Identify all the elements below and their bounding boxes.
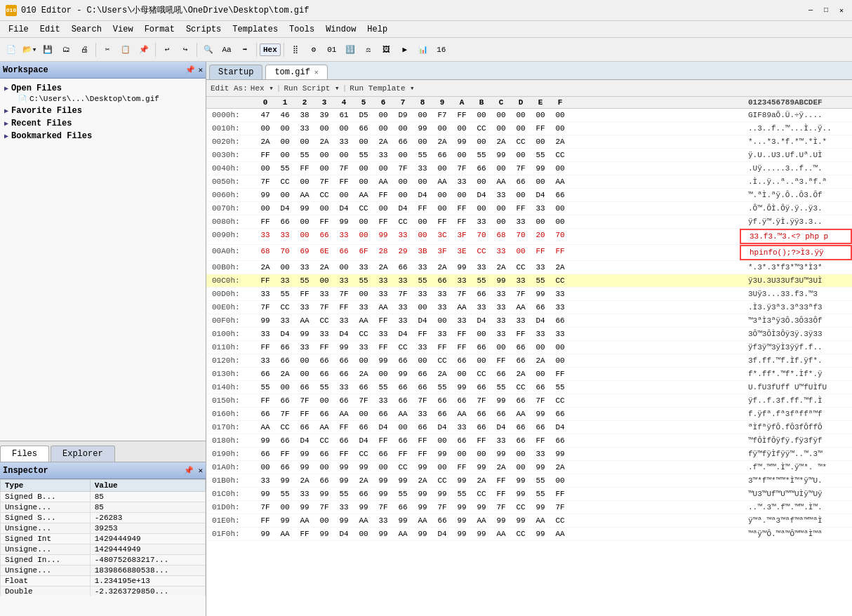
hex-byte-2-1[interactable]: 00 [275,135,295,148]
hex-byte-23-6[interactable]: D4 [373,421,393,434]
hex-byte-24-2[interactable]: D4 [295,434,314,447]
hex-byte-21-2[interactable]: 7F [295,394,314,407]
hex-byte-19-9[interactable]: 2A [432,368,452,380]
paste-button[interactable]: 📌 [135,41,152,58]
hex-byte-20-3[interactable]: 55 [314,381,334,394]
hex-byte-17-2[interactable]: 33 [295,341,314,354]
hex-byte-9-8[interactable]: 00 [413,229,432,244]
hex-byte-8-3[interactable]: FF [314,215,334,228]
hex-byte-3-9[interactable]: 66 [432,149,452,161]
hex-byte-19-12[interactable]: 66 [491,368,511,380]
hex-byte-25-11[interactable]: 00 [472,448,491,460]
hex-byte-4-7[interactable]: 7F [393,162,413,175]
hex-byte-10-1[interactable]: 70 [275,245,295,260]
goto-button[interactable]: ➡ [237,41,253,58]
hex-byte-14-4[interactable]: FF [334,301,354,314]
hex-byte-16-9[interactable]: 33 [432,328,452,340]
hex-byte-27-5[interactable]: 2A [354,474,373,487]
hex-byte-1-10[interactable]: 00 [452,122,472,135]
hex-byte-21-15[interactable]: CC [550,394,570,407]
hex-byte-26-5[interactable]: 99 [354,461,373,474]
hex-byte-19-5[interactable]: 2A [354,368,373,380]
hex-byte-0-10[interactable]: FF [452,109,472,121]
hex-byte-12-6[interactable]: 33 [373,274,393,287]
hex-byte-16-12[interactable]: 33 [491,328,511,340]
hex-byte-23-4[interactable]: FF [334,421,354,434]
menu-item-window[interactable]: Window [320,23,361,36]
hex-byte-14-8[interactable]: 00 [413,301,432,314]
fe-tab-files[interactable]: Files [0,446,49,462]
hex-byte-10-0[interactable]: 68 [255,245,275,260]
hex-byte-3-15[interactable]: CC [550,149,570,161]
hex-byte-0-2[interactable]: 38 [295,109,314,121]
hex-byte-13-12[interactable]: 33 [491,288,511,300]
hex-byte-10-3[interactable]: 6E [314,245,334,260]
hex-byte-11-3[interactable]: 2A [314,261,334,274]
editor-tab-1[interactable]: tom.gif✕ [265,65,327,79]
hex-byte-2-7[interactable]: 66 [393,135,413,148]
hex-byte-7-8[interactable]: FF [413,202,432,215]
hex-byte-2-15[interactable]: 2A [550,135,570,148]
hex-byte-8-12[interactable]: 00 [491,215,511,228]
hex-byte-16-10[interactable]: FF [452,328,472,340]
hex-byte-5-10[interactable]: 33 [452,175,472,188]
hex-byte-10-5[interactable]: 6F [354,245,373,260]
hex-byte-24-0[interactable]: 99 [255,434,275,447]
hex-byte-6-0[interactable]: 99 [255,189,275,201]
hex16-button[interactable]: 16 [433,41,450,58]
hex-byte-2-12[interactable]: 2A [491,135,511,148]
hex-byte-26-0[interactable]: 00 [255,461,275,474]
hex-byte-18-7[interactable]: 66 [393,354,413,367]
minimize-button[interactable]: — [806,6,816,15]
hex-byte-22-9[interactable]: 66 [432,408,452,420]
hex-byte-2-4[interactable]: 33 [334,135,354,148]
hex-byte-5-15[interactable]: AA [550,175,570,188]
hex-byte-21-5[interactable]: 7F [354,394,373,407]
hex-byte-8-1[interactable]: 66 [275,215,295,228]
hex-byte-15-7[interactable]: 33 [393,314,413,327]
hex-byte-4-0[interactable]: 00 [255,162,275,175]
hex-byte-18-1[interactable]: 66 [275,354,295,367]
hex-byte-19-13[interactable]: 2A [511,368,531,380]
hex-byte-11-12[interactable]: 2A [491,261,511,274]
hex-byte-26-13[interactable]: 00 [511,461,531,474]
hex-byte-22-5[interactable]: 00 [354,408,373,420]
maximize-button[interactable]: □ [821,6,831,15]
hex-byte-20-4[interactable]: 33 [334,381,354,394]
hex-byte-1-0[interactable]: 00 [255,122,275,135]
hex-byte-4-8[interactable]: 33 [413,162,432,175]
hex-byte-27-15[interactable]: 00 [550,474,570,487]
hex-byte-29-15[interactable]: 7F [550,501,570,514]
hex-byte-17-11[interactable]: 66 [472,341,491,354]
hex-byte-14-1[interactable]: CC [275,301,295,314]
run-template-button[interactable]: Run Template ▾ [350,83,414,93]
hex-byte-30-9[interactable]: 66 [432,514,452,527]
hex-byte-15-0[interactable]: 99 [255,314,275,327]
hex-byte-5-7[interactable]: 00 [393,175,413,188]
hex-byte-29-8[interactable]: 99 [413,501,432,514]
hex-byte-4-6[interactable]: 00 [373,162,393,175]
hex-byte-27-13[interactable]: 99 [511,474,531,487]
hex-byte-21-12[interactable]: 99 [491,394,511,407]
hex-byte-29-4[interactable]: 33 [334,501,354,514]
hex-byte-7-12[interactable]: 00 [491,202,511,215]
hex-byte-6-2[interactable]: AA [295,189,314,201]
hex-byte-22-12[interactable]: 66 [491,408,511,420]
hex-byte-4-4[interactable]: 7F [334,162,354,175]
hex-byte-6-15[interactable]: 66 [550,189,570,201]
hex-byte-13-15[interactable]: 33 [550,288,570,300]
hex-byte-13-1[interactable]: 55 [275,288,295,300]
hex-byte-26-8[interactable]: 99 [413,461,432,474]
hex-byte-7-9[interactable]: 00 [432,202,452,215]
hex-byte-27-3[interactable]: 66 [314,474,334,487]
menu-item-tools[interactable]: Tools [284,23,320,36]
hex-byte-23-8[interactable]: 66 [413,421,432,434]
hex-byte-13-4[interactable]: 7F [334,288,354,300]
hex-byte-3-11[interactable]: 55 [472,149,491,161]
hex-byte-25-8[interactable]: FF [413,448,432,460]
hex-byte-9-14[interactable]: 20 [531,229,550,244]
hex-byte-10-4[interactable]: 66 [334,245,354,260]
hex-byte-12-15[interactable]: CC [550,274,570,287]
hex-byte-16-13[interactable]: FF [511,328,531,340]
hex-byte-18-0[interactable]: 33 [255,354,275,367]
